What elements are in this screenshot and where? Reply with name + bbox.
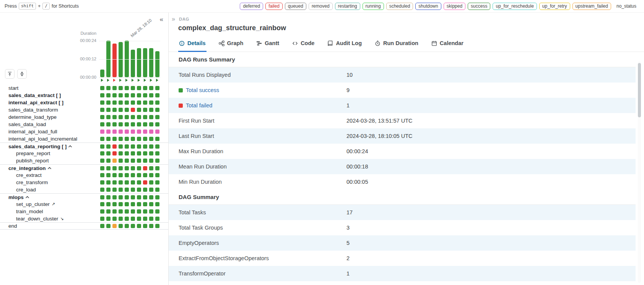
task-instance-success[interactable] [149, 173, 153, 177]
task-instance-skipped[interactable] [137, 130, 141, 134]
task-instance-success[interactable] [119, 180, 123, 185]
task-instance-success[interactable] [143, 137, 147, 141]
tab-audit-log[interactable]: Audit Log [327, 36, 363, 52]
task-instance-success[interactable] [106, 173, 111, 177]
task-label[interactable]: train_model [0, 209, 99, 214]
task-instance-skipped[interactable] [119, 130, 123, 134]
dag-run-bar-success[interactable] [131, 50, 135, 77]
task-instance-success[interactable] [143, 144, 147, 149]
task-instance-failed[interactable] [112, 151, 117, 155]
task-instance-success[interactable] [112, 202, 117, 206]
tab-code[interactable]: Code [291, 36, 315, 52]
task-instance-success[interactable] [149, 122, 153, 126]
task-instance-failed[interactable] [143, 180, 147, 185]
task-instance-success[interactable] [137, 180, 141, 185]
task-instance-success[interactable] [112, 173, 117, 177]
run-triangle-icon[interactable] [144, 79, 146, 82]
task-instance-success[interactable] [125, 173, 129, 177]
task-label[interactable]: internal_api_load_full [0, 129, 99, 134]
run-triangle-icon[interactable] [156, 79, 158, 82]
task-instance-success[interactable] [149, 159, 153, 163]
task-instance-success[interactable] [131, 224, 135, 228]
task-instance-success[interactable] [155, 100, 159, 105]
task-instance-success[interactable] [100, 217, 104, 221]
status-badge-removed[interactable]: removed [309, 3, 333, 10]
run-triangle-icon[interactable] [125, 79, 128, 82]
task-instance-success[interactable] [125, 195, 129, 199]
run-triangle-icon[interactable] [138, 79, 140, 82]
task-instance-success[interactable] [119, 188, 123, 192]
task-instance-success[interactable] [100, 86, 104, 90]
task-instance-success[interactable] [106, 115, 111, 119]
task-label[interactable]: start [0, 85, 99, 91]
task-instance-success[interactable] [131, 122, 135, 126]
dag-run-bar-success[interactable] [125, 40, 129, 77]
task-instance-success[interactable] [155, 137, 159, 141]
task-instance-success[interactable] [131, 115, 135, 119]
task-instance-skipped[interactable] [100, 130, 104, 134]
task-instance-success[interactable] [119, 202, 123, 206]
task-instance-skipped[interactable] [125, 130, 129, 134]
task-instance-success[interactable] [119, 93, 123, 97]
task-instance-success[interactable] [125, 144, 129, 149]
task-instance-success[interactable] [131, 86, 135, 90]
task-instance-failed[interactable] [131, 108, 135, 112]
task-instance-success[interactable] [119, 137, 123, 141]
task-instance-success[interactable] [119, 144, 123, 149]
task-instance-success[interactable] [137, 202, 141, 206]
task-instance-success[interactable] [143, 100, 147, 105]
task-instance-success[interactable] [112, 195, 117, 199]
task-instance-success[interactable] [149, 137, 153, 141]
task-label[interactable]: cre_integration [0, 165, 99, 171]
dag-run-bar-success[interactable] [106, 40, 111, 77]
task-instance-success[interactable] [106, 122, 111, 126]
task-instance-success[interactable] [143, 151, 147, 155]
task-instance-success[interactable] [119, 166, 123, 170]
task-instance-success[interactable] [155, 115, 159, 119]
task-instance-success[interactable] [131, 209, 135, 214]
task-instance-success[interactable] [119, 209, 123, 214]
task-instance-success[interactable] [125, 217, 129, 221]
task-label[interactable]: internal_api_extract [ ] [0, 100, 99, 105]
task-instance-success[interactable] [106, 180, 111, 185]
task-instance-success[interactable] [112, 93, 117, 97]
status-badge-restarting[interactable]: restarting [335, 3, 360, 10]
dag-run-bar-failed[interactable] [112, 44, 117, 77]
task-instance-success[interactable] [106, 209, 111, 214]
task-instance-success[interactable] [143, 217, 147, 221]
task-instance-success[interactable] [143, 188, 147, 192]
task-instance-success[interactable] [119, 159, 123, 163]
task-instance-success[interactable] [137, 159, 141, 163]
task-instance-success[interactable] [112, 209, 117, 214]
task-instance-success[interactable] [106, 151, 111, 155]
task-instance-success[interactable] [112, 86, 117, 90]
task-instance-success[interactable] [143, 209, 147, 214]
task-label[interactable]: cre_transform [0, 180, 99, 185]
chevron-up-icon[interactable] [48, 167, 51, 169]
task-instance-skipped[interactable] [106, 130, 111, 134]
expand-task-groups-button[interactable] [5, 69, 15, 79]
task-instance-success[interactable] [131, 173, 135, 177]
task-instance-skipped[interactable] [112, 130, 117, 134]
task-instance-success[interactable] [131, 93, 135, 97]
task-instance-success[interactable] [125, 86, 129, 90]
task-instance-success[interactable] [100, 108, 104, 112]
dag-run-bar-success[interactable] [100, 70, 104, 77]
task-instance-success[interactable] [100, 137, 104, 141]
task-label[interactable]: mlops [0, 194, 99, 200]
status-badge-deferred[interactable]: deferred [240, 3, 263, 10]
task-instance-success[interactable] [149, 217, 153, 221]
vertical-scrollbar[interactable] [638, 62, 641, 283]
task-instance-success[interactable] [125, 151, 129, 155]
task-instance-success[interactable] [131, 159, 135, 163]
status-badge-scheduled[interactable]: scheduled [386, 3, 413, 10]
task-instance-success[interactable] [112, 217, 117, 221]
task-instance-success[interactable] [143, 122, 147, 126]
task-instance-success[interactable] [137, 209, 141, 214]
task-instance-success[interactable] [155, 151, 159, 155]
task-instance-failed[interactable] [112, 144, 117, 149]
task-instance-failed[interactable] [143, 166, 147, 170]
tab-gantt[interactable]: Gantt [255, 36, 280, 52]
run-triangle-icon[interactable] [113, 79, 115, 82]
task-instance-success[interactable] [137, 137, 141, 141]
